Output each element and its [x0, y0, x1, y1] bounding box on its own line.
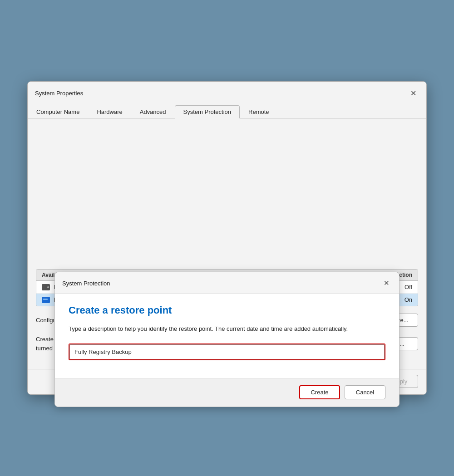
- inner-dialog-title: System Protection: [62, 280, 110, 287]
- restore-description-input[interactable]: [69, 344, 385, 359]
- tab-hardware[interactable]: Hardware: [88, 105, 131, 118]
- tabs-area: Computer Name Hardware Advanced System P…: [28, 103, 426, 118]
- inner-dialog-body: Create a restore point Type a descriptio…: [55, 294, 399, 378]
- tab-computer-name[interactable]: Computer Name: [28, 105, 88, 118]
- outer-close-button[interactable]: ✕: [406, 86, 420, 100]
- create-button[interactable]: Create: [299, 385, 340, 399]
- outer-titlebar: System Properties ✕: [28, 82, 426, 103]
- tab-remote[interactable]: Remote: [240, 105, 278, 118]
- system-properties-dialog: System Properties ✕ Computer Name Hardwa…: [27, 81, 427, 395]
- restore-input-wrapper: [69, 344, 385, 360]
- ssd-icon: [42, 297, 50, 303]
- tab-system-protection[interactable]: System Protection: [175, 105, 240, 118]
- create-restore-description: Type a description to help you identify …: [69, 324, 385, 334]
- inner-titlebar: System Protection ✕: [55, 272, 399, 294]
- system-protection-inner-dialog: System Protection ✕ Create a restore poi…: [54, 272, 400, 407]
- hdd-icon: [42, 284, 50, 290]
- outer-dialog-body: Available Drives Protection New Volume (…: [28, 264, 426, 369]
- outer-dialog-title: System Properties: [35, 90, 83, 97]
- tab-advanced[interactable]: Advanced: [131, 105, 175, 118]
- create-restore-heading: Create a restore point: [69, 304, 385, 316]
- inner-close-button[interactable]: ✕: [380, 277, 393, 290]
- inner-dialog-footer: Create Cancel: [55, 378, 399, 407]
- cancel-button[interactable]: Cancel: [345, 385, 385, 399]
